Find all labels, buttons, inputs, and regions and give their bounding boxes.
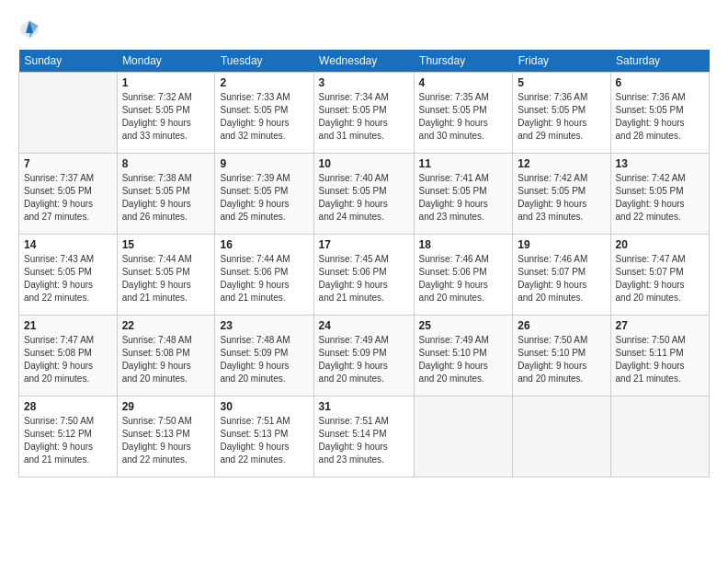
calendar-table: SundayMondayTuesdayWednesdayThursdayFrid… [18,50,710,477]
day-info: Sunrise: 7:48 AM Sunset: 5:08 PM Dayligh… [122,334,210,385]
calendar-cell: 14Sunrise: 7:43 AM Sunset: 5:05 PM Dayli… [19,235,118,316]
calendar-week-3: 14Sunrise: 7:43 AM Sunset: 5:05 PM Dayli… [19,235,710,316]
calendar-cell: 6Sunrise: 7:36 AM Sunset: 5:05 PM Daylig… [610,73,709,154]
calendar-week-2: 7Sunrise: 7:37 AM Sunset: 5:05 PM Daylig… [19,154,710,235]
calendar-cell: 24Sunrise: 7:49 AM Sunset: 5:09 PM Dayli… [313,316,414,396]
day-number: 25 [419,319,508,332]
day-info: Sunrise: 7:49 AM Sunset: 5:10 PM Dayligh… [419,334,508,385]
weekday-header-monday: Monday [117,50,215,73]
day-info: Sunrise: 7:39 AM Sunset: 5:05 PM Dayligh… [220,172,308,224]
calendar-cell: 12Sunrise: 7:42 AM Sunset: 5:05 PM Dayli… [513,154,610,235]
calendar-cell: 20Sunrise: 7:47 AM Sunset: 5:07 PM Dayli… [610,235,709,316]
day-info: Sunrise: 7:45 AM Sunset: 5:06 PM Dayligh… [319,253,409,304]
calendar-cell: 23Sunrise: 7:48 AM Sunset: 5:09 PM Dayli… [215,316,313,396]
day-number: 30 [220,400,308,413]
day-info: Sunrise: 7:36 AM Sunset: 5:05 PM Dayligh… [616,91,704,143]
day-number: 4 [419,76,508,89]
calendar-week-4: 21Sunrise: 7:47 AM Sunset: 5:08 PM Dayli… [19,316,710,396]
day-number: 12 [518,157,605,170]
day-number: 1 [122,76,210,89]
day-info: Sunrise: 7:37 AM Sunset: 5:05 PM Dayligh… [24,172,112,224]
day-number: 11 [419,157,508,170]
day-info: Sunrise: 7:49 AM Sunset: 5:09 PM Dayligh… [319,334,409,385]
calendar-cell [513,396,610,477]
calendar-cell: 18Sunrise: 7:46 AM Sunset: 5:06 PM Dayli… [414,235,513,316]
calendar-cell: 15Sunrise: 7:44 AM Sunset: 5:05 PM Dayli… [117,235,215,316]
day-number: 10 [319,157,409,170]
day-info: Sunrise: 7:43 AM Sunset: 5:05 PM Dayligh… [24,253,112,304]
calendar-header: SundayMondayTuesdayWednesdayThursdayFrid… [19,50,710,73]
day-info: Sunrise: 7:33 AM Sunset: 5:05 PM Dayligh… [220,91,308,143]
day-info: Sunrise: 7:46 AM Sunset: 5:07 PM Dayligh… [518,253,605,304]
calendar-cell: 3Sunrise: 7:34 AM Sunset: 5:05 PM Daylig… [313,73,414,154]
header [18,18,710,40]
day-info: Sunrise: 7:47 AM Sunset: 5:08 PM Dayligh… [24,334,112,385]
calendar-cell: 9Sunrise: 7:39 AM Sunset: 5:05 PM Daylig… [215,154,313,235]
day-number: 6 [616,76,704,89]
calendar-cell: 5Sunrise: 7:36 AM Sunset: 5:05 PM Daylig… [513,73,610,154]
calendar-cell: 28Sunrise: 7:50 AM Sunset: 5:12 PM Dayli… [19,396,118,477]
calendar-cell: 25Sunrise: 7:49 AM Sunset: 5:10 PM Dayli… [414,316,513,396]
day-number: 14 [24,238,112,251]
calendar-cell: 26Sunrise: 7:50 AM Sunset: 5:10 PM Dayli… [513,316,610,396]
logo [18,18,42,40]
day-info: Sunrise: 7:50 AM Sunset: 5:12 PM Dayligh… [24,415,112,466]
day-info: Sunrise: 7:34 AM Sunset: 5:05 PM Dayligh… [319,91,409,143]
page: SundayMondayTuesdayWednesdayThursdayFrid… [0,0,728,563]
day-number: 3 [319,76,409,89]
day-info: Sunrise: 7:32 AM Sunset: 5:05 PM Dayligh… [122,91,210,143]
calendar-cell: 11Sunrise: 7:41 AM Sunset: 5:05 PM Dayli… [414,154,513,235]
calendar-cell: 10Sunrise: 7:40 AM Sunset: 5:05 PM Dayli… [313,154,414,235]
day-number: 23 [220,319,308,332]
weekday-header-row: SundayMondayTuesdayWednesdayThursdayFrid… [19,50,710,73]
day-number: 18 [419,238,508,251]
day-number: 31 [319,400,409,413]
day-info: Sunrise: 7:41 AM Sunset: 5:05 PM Dayligh… [419,172,508,224]
calendar-body: 1Sunrise: 7:32 AM Sunset: 5:05 PM Daylig… [19,73,710,477]
day-info: Sunrise: 7:42 AM Sunset: 5:05 PM Dayligh… [518,172,605,224]
day-number: 22 [122,319,210,332]
day-number: 27 [616,319,704,332]
weekday-header-sunday: Sunday [19,50,118,73]
calendar-week-5: 28Sunrise: 7:50 AM Sunset: 5:12 PM Dayli… [19,396,710,477]
day-info: Sunrise: 7:35 AM Sunset: 5:05 PM Dayligh… [419,91,508,143]
day-number: 8 [122,157,210,170]
logo-icon [18,18,40,40]
calendar-cell: 4Sunrise: 7:35 AM Sunset: 5:05 PM Daylig… [414,73,513,154]
day-info: Sunrise: 7:50 AM Sunset: 5:10 PM Dayligh… [518,334,605,385]
calendar-cell: 21Sunrise: 7:47 AM Sunset: 5:08 PM Dayli… [19,316,118,396]
calendar-cell [610,396,709,477]
weekday-header-wednesday: Wednesday [313,50,414,73]
weekday-header-saturday: Saturday [610,50,709,73]
calendar-cell: 1Sunrise: 7:32 AM Sunset: 5:05 PM Daylig… [117,73,215,154]
calendar-week-1: 1Sunrise: 7:32 AM Sunset: 5:05 PM Daylig… [19,73,710,154]
day-info: Sunrise: 7:48 AM Sunset: 5:09 PM Dayligh… [220,334,308,385]
weekday-header-tuesday: Tuesday [215,50,313,73]
calendar-cell: 17Sunrise: 7:45 AM Sunset: 5:06 PM Dayli… [313,235,414,316]
day-number: 20 [616,238,704,251]
day-info: Sunrise: 7:36 AM Sunset: 5:05 PM Dayligh… [518,91,605,143]
day-info: Sunrise: 7:46 AM Sunset: 5:06 PM Dayligh… [419,253,508,304]
day-info: Sunrise: 7:44 AM Sunset: 5:05 PM Dayligh… [122,253,210,304]
weekday-header-thursday: Thursday [414,50,513,73]
calendar-cell: 29Sunrise: 7:50 AM Sunset: 5:13 PM Dayli… [117,396,215,477]
calendar-cell [19,73,118,154]
day-info: Sunrise: 7:42 AM Sunset: 5:05 PM Dayligh… [616,172,704,224]
calendar-cell: 16Sunrise: 7:44 AM Sunset: 5:06 PM Dayli… [215,235,313,316]
calendar-cell: 8Sunrise: 7:38 AM Sunset: 5:05 PM Daylig… [117,154,215,235]
day-info: Sunrise: 7:50 AM Sunset: 5:11 PM Dayligh… [616,334,704,385]
day-info: Sunrise: 7:51 AM Sunset: 5:13 PM Dayligh… [220,415,308,466]
day-number: 5 [518,76,605,89]
day-number: 21 [24,319,112,332]
day-info: Sunrise: 7:38 AM Sunset: 5:05 PM Dayligh… [122,172,210,224]
day-number: 17 [319,238,409,251]
calendar-cell: 27Sunrise: 7:50 AM Sunset: 5:11 PM Dayli… [610,316,709,396]
calendar-cell: 30Sunrise: 7:51 AM Sunset: 5:13 PM Dayli… [215,396,313,477]
day-number: 29 [122,400,210,413]
day-number: 15 [122,238,210,251]
day-info: Sunrise: 7:51 AM Sunset: 5:14 PM Dayligh… [319,415,409,466]
day-info: Sunrise: 7:50 AM Sunset: 5:13 PM Dayligh… [122,415,210,466]
day-number: 9 [220,157,308,170]
calendar-cell: 13Sunrise: 7:42 AM Sunset: 5:05 PM Dayli… [610,154,709,235]
day-number: 2 [220,76,308,89]
